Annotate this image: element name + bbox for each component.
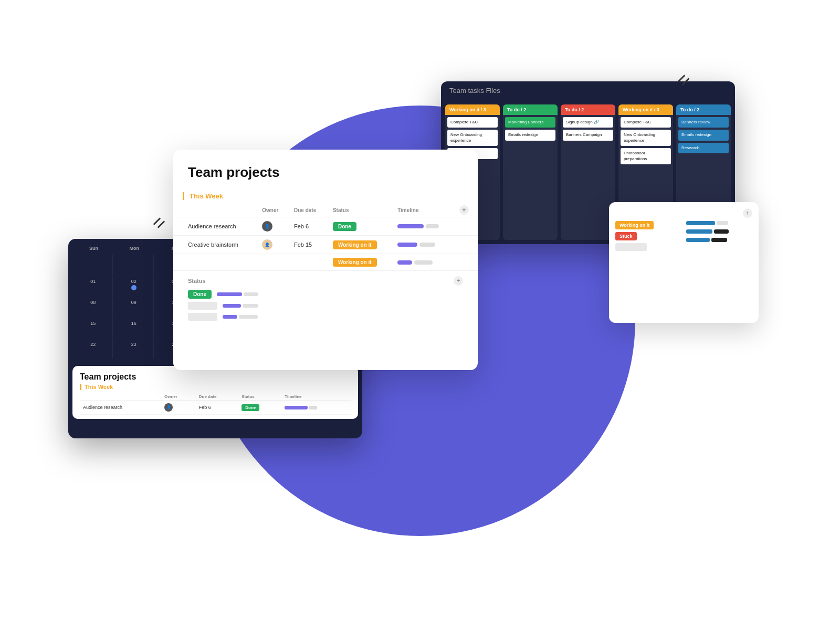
status-panel-row: Working on it <box>615 221 682 229</box>
task-timeline <box>392 254 454 271</box>
status-panel-cols: Working on it Stuck <box>615 221 752 254</box>
task-owner <box>257 254 289 271</box>
task-due <box>289 254 328 271</box>
list-title: Team projects <box>188 164 463 181</box>
task-timeline <box>392 217 454 236</box>
kanban-card: Complete T&C <box>447 117 498 128</box>
status-bar-dark <box>714 229 729 234</box>
status-badge: Done <box>333 222 356 231</box>
status-placeholder <box>188 302 217 310</box>
status-bar-wrap <box>223 315 463 319</box>
task-due: Feb 15 <box>289 236 328 254</box>
status-badge: Done <box>188 290 212 299</box>
status-col-bars <box>686 221 753 254</box>
col-header-due: Due date <box>289 203 328 217</box>
cal-cell: 23 <box>114 339 153 359</box>
status-rows: Done <box>188 290 463 321</box>
kanban-card: New Onboarding experience <box>447 130 498 146</box>
kanban-col-header-1: Working on it / 3 <box>445 104 500 115</box>
status-placeholder <box>615 243 647 251</box>
timeline-bar-empty <box>426 224 439 228</box>
task-status: Done <box>328 217 392 236</box>
status-bar-wrap <box>217 292 463 296</box>
kanban-card: Emails redesign <box>678 130 729 140</box>
timeline-bar-fill <box>397 260 412 265</box>
task-status: Working on it <box>328 254 392 271</box>
status-bar-empty <box>239 315 258 319</box>
kanban-col-2: To do / 2 Marketing Banners Emails redes… <box>503 104 558 240</box>
task-owner: 👤 <box>257 236 289 254</box>
status-section: Status + Done <box>173 271 478 326</box>
status-bar-empty <box>243 304 258 308</box>
status-bar-fill <box>217 292 242 296</box>
col-header-add[interactable]: + <box>454 203 478 217</box>
cal-cell: 16 <box>114 318 153 338</box>
task-due: Feb 6 <box>289 217 328 236</box>
task-timeline <box>392 236 454 254</box>
kanban-col-3: To do / 2 Signup design 🔗 Banners Campai… <box>561 104 615 240</box>
table-row: Working on it <box>173 254 478 271</box>
task-owner: 👤 <box>257 217 289 236</box>
status-bar-blue <box>686 238 710 242</box>
bpp-task-due: Feb 6 <box>196 401 239 415</box>
status-panel: + Working on it Stuck <box>609 202 759 323</box>
cal-cell: 01 <box>74 276 113 296</box>
table-row: Audience research 👤 Feb 6 Done <box>173 217 478 236</box>
timeline-bar-fill <box>285 406 308 409</box>
kanban-col-header-5: To do / 2 <box>676 104 731 115</box>
status-row: Done <box>188 290 463 299</box>
status-panel-row: Stuck <box>615 232 682 240</box>
kanban-subtitle: Files <box>486 87 500 94</box>
cal-cell: 08 <box>74 297 113 317</box>
timeline-bar-fill <box>397 224 424 228</box>
status-add-btn[interactable]: + <box>454 276 463 286</box>
cal-cell: 22 <box>74 339 113 359</box>
status-row <box>188 302 463 310</box>
kanban-card: Emails redesign <box>505 130 555 140</box>
list-panel-header: Team projects <box>173 150 478 186</box>
kanban-cards-2: Marketing Banners Emails redesign <box>503 115 558 240</box>
kanban-card: New Onboarding experience <box>621 130 671 146</box>
status-bar-gray <box>717 221 728 225</box>
cal-cell <box>114 255 153 275</box>
avatar: 👤 <box>164 403 173 412</box>
table-row: Creative brainstorm 👤 Feb 15 Working on … <box>173 236 478 254</box>
kanban-card: Banners Campaign <box>563 130 613 140</box>
bpp-task-timeline <box>281 401 351 415</box>
kanban-cards-3: Signup design 🔗 Banners Campaign <box>561 115 615 240</box>
col-header-timeline: Timeline <box>392 203 454 217</box>
kanban-card: Research <box>678 143 729 153</box>
bpp-task-name: Audience research <box>80 401 161 415</box>
status-bar-empty <box>244 292 258 296</box>
task-name: Creative brainstorm <box>173 236 257 254</box>
status-bar-dark <box>711 238 727 242</box>
tick-decoration-2 <box>152 220 166 225</box>
day-name-sun: Sun <box>74 244 114 253</box>
cal-cell: 09 <box>114 297 153 317</box>
status-section-header: Status + <box>188 276 463 286</box>
kanban-card: Marketing Banners <box>505 117 555 128</box>
task-name: Audience research <box>173 217 257 236</box>
timeline-bar-empty <box>309 406 317 409</box>
bottom-project-panel: Team projects This Week Owner Due date S… <box>72 366 358 419</box>
status-badge: Working on it <box>333 240 377 249</box>
timeline-bar-empty <box>414 260 433 265</box>
bpp-task-status: Done <box>238 401 281 415</box>
timeline-bar-empty <box>419 243 435 247</box>
status-panel-add-btn[interactable]: + <box>743 208 752 218</box>
avatar: 👤 <box>262 239 272 250</box>
status-badge: Done <box>242 404 259 411</box>
bpp-col-owner: Owner <box>161 393 196 401</box>
bpp-task-owner: 👤 <box>161 401 196 415</box>
status-badge: Working on it <box>333 258 377 267</box>
status-col-badges: Working on it Stuck <box>615 221 682 254</box>
cal-cell: 02 <box>114 276 153 296</box>
bpp-col-status: Status <box>238 393 281 401</box>
kanban-title: Team tasks <box>449 87 484 94</box>
kanban-col-header-2: To do / 2 <box>503 104 558 115</box>
kanban-card: Banners review <box>678 117 729 128</box>
task-status: Working on it <box>328 236 392 254</box>
status-bar-row <box>686 221 753 225</box>
task-name <box>173 254 257 271</box>
bottom-project-table: Owner Due date Status Timeline Audience … <box>80 393 351 415</box>
